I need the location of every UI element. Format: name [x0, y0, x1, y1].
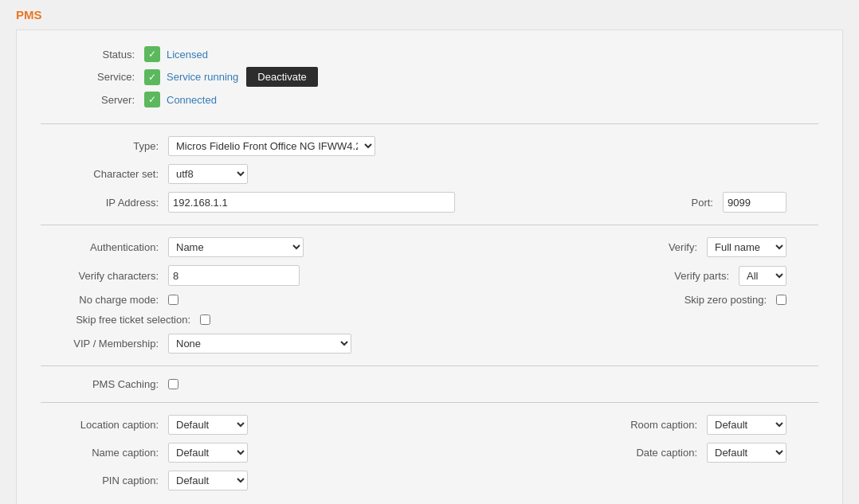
ip-label: IP Address: [41, 197, 168, 209]
pin-row: PIN caption: Default Custom [41, 471, 818, 490]
verify-chars-row: Verify characters: Verify parts: All Fir… [41, 265, 818, 286]
server-text: Connected [167, 94, 217, 106]
pin-caption-label: PIN caption: [41, 475, 168, 486]
date-caption-label: Date caption: [603, 447, 707, 459]
no-charge-row: No charge mode: Skip zero posting: [41, 294, 818, 306]
room-caption-label: Room caption: [603, 419, 707, 431]
status-section: Status: ✓ Licensed Service: ✓ Service ru… [41, 46, 818, 107]
service-text: Service running [167, 71, 238, 83]
server-check-icon: ✓ [144, 92, 160, 107]
type-select[interactable]: Micros Fidelio Front Office NG IFWW4.2 [168, 136, 375, 156]
service-check-icon: ✓ [144, 69, 160, 85]
auth-label: Authentication: [41, 241, 168, 253]
divider-2 [41, 225, 818, 225]
charset-row: Character set: utf8 utf16 ascii [41, 164, 818, 184]
divider-4 [41, 402, 818, 403]
verify-label: Verify: [611, 241, 707, 253]
name-caption-select[interactable]: Default Custom [168, 443, 248, 463]
port-label: Port: [627, 197, 723, 209]
page-wrapper: PMS Status: ✓ Licensed Service: ✓ Servic… [0, 0, 859, 504]
ip-row: IP Address: Port: [41, 192, 818, 213]
date-caption-select[interactable]: Default Custom [707, 443, 786, 463]
server-label: Server: [41, 94, 144, 106]
pms-caching-row: PMS Caching: [41, 378, 818, 390]
divider-3 [41, 365, 818, 366]
status-text: Licensed [167, 49, 208, 61]
name-caption-label: Name caption: [41, 447, 168, 459]
skip-free-label: Skip free ticket selection: [41, 314, 200, 326]
pms-caching-checkbox[interactable] [168, 379, 178, 389]
service-label: Service: [41, 71, 144, 83]
verify-select[interactable]: Full name Partial None [707, 237, 786, 257]
pin-caption-select[interactable]: Default Custom [168, 471, 248, 490]
vip-select[interactable]: None Enabled Disabled [168, 334, 351, 354]
verify-chars-label: Verify characters: [41, 270, 168, 282]
status-label: Status: [41, 49, 144, 61]
skip-free-row: Skip free ticket selection: [41, 314, 818, 326]
divider-1 [41, 123, 818, 124]
type-row: Type: Micros Fidelio Front Office NG IFW… [41, 136, 818, 156]
no-charge-label: No charge mode: [41, 294, 168, 306]
skip-free-checkbox[interactable] [200, 315, 210, 325]
status-check-icon: ✓ [144, 46, 160, 62]
skip-zero-checkbox[interactable] [776, 295, 786, 305]
verify-chars-input[interactable] [168, 265, 300, 286]
save-row: Save [41, 498, 818, 504]
pms-caching-label: PMS Caching: [41, 378, 168, 390]
verify-parts-label: Verify parts: [643, 270, 739, 282]
port-input[interactable] [723, 192, 786, 213]
ip-input[interactable] [168, 192, 455, 213]
room-caption-select[interactable]: Default Custom [707, 415, 786, 435]
server-row: Server: ✓ Connected [41, 92, 818, 107]
vip-row: VIP / Membership: None Enabled Disabled [41, 334, 818, 354]
auth-row: Authentication: Name PIN Card Verify: Fu… [41, 237, 818, 257]
vip-label: VIP / Membership: [41, 338, 168, 350]
charset-select[interactable]: utf8 utf16 ascii [168, 164, 248, 184]
page-title: PMS [16, 8, 843, 21]
type-label: Type: [41, 140, 168, 152]
deactivate-button[interactable]: Deactivate [246, 67, 317, 87]
auth-select[interactable]: Name PIN Card [168, 237, 304, 257]
location-row: Location caption: Default Custom Room ca… [41, 415, 818, 435]
skip-zero-label: Skip zero posting: [665, 294, 776, 306]
no-charge-checkbox[interactable] [168, 295, 178, 305]
location-caption-select[interactable]: Default Custom [168, 415, 248, 435]
location-caption-label: Location caption: [41, 419, 168, 431]
service-row: Service: ✓ Service running Deactivate [41, 67, 818, 87]
content-panel: Status: ✓ Licensed Service: ✓ Service ru… [16, 29, 843, 504]
status-row: Status: ✓ Licensed [41, 46, 818, 62]
verify-parts-select[interactable]: All First Last [739, 266, 786, 286]
name-row: Name caption: Default Custom Date captio… [41, 443, 818, 463]
charset-label: Character set: [41, 168, 168, 180]
